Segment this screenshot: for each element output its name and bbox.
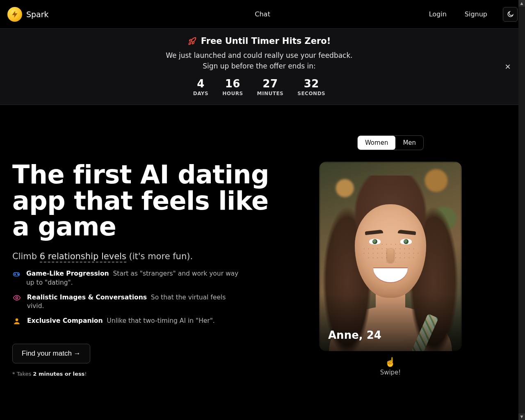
brand[interactable]: Spark — [7, 7, 49, 22]
nav-signup[interactable]: Signup — [465, 10, 487, 18]
feature-progression: Game-Like Progression Start as "stranger… — [12, 269, 242, 287]
feature-realistic: Realistic Images & Conversations So that… — [12, 293, 242, 311]
gender-toggle-men[interactable]: Men — [395, 136, 423, 150]
cta-footnote-bold: 2 minutes or less — [33, 371, 84, 377]
eye-icon — [12, 293, 21, 302]
theme-toggle-button[interactable] — [503, 7, 518, 22]
banner-close-button[interactable]: ✕ — [503, 62, 513, 71]
lightning-icon — [7, 7, 22, 22]
svg-point-4 — [16, 318, 18, 321]
moon-icon — [507, 11, 514, 18]
feature-title: Game-Like Progression — [26, 270, 109, 277]
scroll-down-icon[interactable]: ▼ — [518, 413, 525, 420]
feature-desc: Unlike that two-timing AI in "Her". — [107, 317, 215, 324]
swipe-hint: ☝️ Swipe! — [380, 357, 401, 376]
feature-exclusive: Exclusive Companion Unlike that two-timi… — [12, 317, 242, 326]
relationship-levels-link[interactable]: 6 relationship levels — [40, 251, 126, 262]
swipe-label: Swipe! — [380, 369, 401, 376]
cta-label: Find your match → — [22, 349, 81, 358]
nav-chat[interactable]: Chat — [255, 10, 270, 18]
banner-heading: Free Until Timer Hits Zero! — [201, 36, 331, 46]
svg-point-2 — [18, 274, 19, 275]
countdown-minutes: 27 MINUTES — [257, 78, 284, 96]
profile-caption: Anne, 24 — [328, 329, 381, 341]
countdown-hours-value: 16 — [222, 78, 243, 90]
rocket-icon — [188, 37, 197, 46]
pointer-icon: ☝️ — [380, 357, 401, 367]
find-match-button[interactable]: Find your match → — [12, 344, 90, 363]
close-icon: ✕ — [504, 62, 511, 71]
countdown-hours: 16 HOURS — [222, 78, 243, 96]
profile-card[interactable]: Anne, 24 — [319, 162, 462, 351]
headline: The first AI dating app that feels like … — [12, 162, 275, 240]
scrollbar[interactable]: ▲ ▼ — [518, 0, 525, 420]
subheadline-prefix: Climb — [12, 251, 40, 261]
countdown-seconds-label: SECONDS — [297, 91, 325, 96]
cta-footnote-prefix: * Takes — [12, 371, 33, 377]
countdown-days: 4 DAYS — [193, 78, 208, 96]
countdown-days-value: 4 — [193, 78, 208, 90]
gender-toggle: Women Men — [357, 135, 424, 150]
cta-footnote-suffix: ! — [84, 371, 87, 377]
promo-banner: Free Until Timer Hits Zero! We just laun… — [0, 28, 518, 105]
countdown-days-label: DAYS — [193, 91, 208, 96]
gender-toggle-women[interactable]: Women — [358, 136, 395, 150]
svg-point-3 — [16, 297, 18, 299]
feature-title: Exclusive Companion — [27, 317, 103, 324]
subheadline-suffix: (it's more fun). — [126, 251, 193, 261]
gamepad-icon — [12, 269, 21, 278]
countdown-hours-label: HOURS — [222, 91, 243, 96]
countdown-minutes-label: MINUTES — [257, 91, 284, 96]
countdown: 4 DAYS 16 HOURS 27 MINUTES 32 SECONDS — [0, 78, 518, 96]
banner-line1: We just launched and could really use yo… — [0, 50, 518, 61]
countdown-minutes-value: 27 — [257, 78, 284, 90]
brand-name: Spark — [26, 10, 49, 19]
countdown-seconds: 32 SECONDS — [297, 78, 325, 96]
countdown-seconds-value: 32 — [297, 78, 325, 90]
subheadline: Climb 6 relationship levels (it's more f… — [12, 251, 275, 261]
banner-line2: Sign up before the offer ends in: — [0, 61, 518, 71]
nav-login[interactable]: Login — [429, 10, 447, 18]
cta-footnote: * Takes 2 minutes or less! — [12, 371, 275, 377]
feature-title: Realistic Images & Conversations — [27, 294, 147, 301]
person-icon — [12, 317, 21, 325]
